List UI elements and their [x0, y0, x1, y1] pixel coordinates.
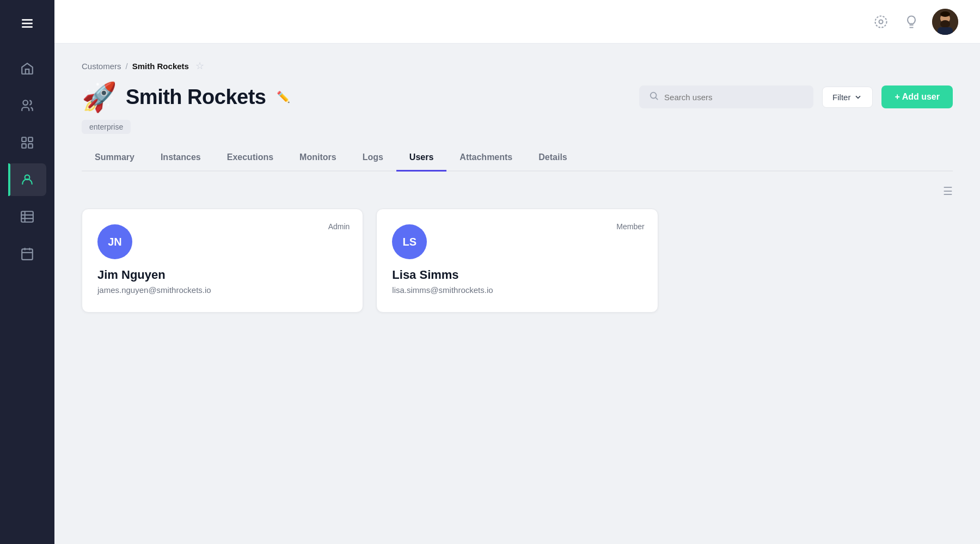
- tab-executions[interactable]: Executions: [214, 145, 286, 172]
- header-actions: Filter + Add user: [639, 85, 953, 108]
- search-input[interactable]: [664, 93, 804, 102]
- filter-button[interactable]: Filter: [822, 87, 873, 108]
- sidebar-item-calendar[interactable]: [8, 237, 46, 270]
- add-user-button[interactable]: + Add user: [881, 85, 953, 108]
- company-logo: 🚀: [82, 83, 117, 111]
- user-role: Admin: [328, 222, 350, 231]
- svg-point-22: [940, 20, 950, 28]
- tab-monitors[interactable]: Monitors: [286, 145, 350, 172]
- search-box[interactable]: [639, 85, 813, 108]
- svg-line-26: [656, 97, 658, 100]
- tab-instances[interactable]: Instances: [148, 145, 214, 172]
- sidebar-item-home[interactable]: [8, 52, 46, 85]
- top-bar: [54, 0, 980, 44]
- svg-point-18: [875, 16, 887, 27]
- user-avatar-initials: LS: [392, 224, 427, 259]
- breadcrumb: Customers / Smith Rockets ☆: [82, 60, 953, 72]
- tab-details[interactable]: Details: [525, 145, 580, 172]
- svg-rect-4: [22, 137, 26, 142]
- tabs: SummaryInstancesExecutionsMonitorsLogsUs…: [82, 145, 953, 172]
- toolbar-row: ☰: [82, 185, 953, 198]
- user-avatar[interactable]: [932, 9, 958, 35]
- tab-users[interactable]: Users: [396, 145, 446, 172]
- svg-rect-13: [22, 249, 33, 260]
- svg-point-3: [23, 100, 28, 105]
- user-name: Jim Nguyen: [97, 268, 347, 282]
- svg-point-24: [940, 11, 950, 17]
- enterprise-tag: enterprise: [82, 120, 131, 134]
- user-role: Member: [616, 222, 644, 231]
- svg-rect-7: [28, 144, 33, 148]
- user-card[interactable]: Admin JN Jim Nguyen james.nguyen@smithro…: [82, 209, 363, 313]
- bulb-icon[interactable]: [902, 12, 921, 32]
- tab-logs[interactable]: Logs: [350, 145, 396, 172]
- user-name: Lisa Simms: [392, 268, 642, 282]
- breadcrumb-current: Smith Rockets: [132, 62, 189, 71]
- sidebar-item-apps[interactable]: [8, 126, 46, 159]
- sidebar-item-team[interactable]: [8, 163, 46, 196]
- breadcrumb-customers[interactable]: Customers: [82, 62, 121, 71]
- edit-title-icon[interactable]: ✏️: [277, 90, 290, 103]
- breadcrumb-separator: /: [126, 62, 128, 71]
- svg-rect-5: [28, 137, 33, 142]
- user-email: lisa.simms@smithrockets.io: [392, 285, 642, 295]
- sidebar: [0, 0, 54, 544]
- svg-point-17: [879, 20, 883, 23]
- users-grid: Admin JN Jim Nguyen james.nguyen@smithro…: [82, 209, 953, 313]
- tab-attachments[interactable]: Attachments: [446, 145, 525, 172]
- more-options-icon[interactable]: ☰: [943, 185, 953, 198]
- user-card[interactable]: Member LS Lisa Simms lisa.simms@smithroc…: [376, 209, 658, 313]
- svg-rect-6: [22, 144, 26, 148]
- user-avatar-initials: JN: [97, 224, 132, 259]
- search-icon: [649, 91, 659, 103]
- svg-point-25: [651, 93, 657, 99]
- sidebar-item-database[interactable]: [8, 200, 46, 233]
- svg-rect-9: [21, 211, 33, 222]
- user-email: james.nguyen@smithrockets.io: [97, 285, 347, 295]
- settings-icon[interactable]: [871, 12, 891, 32]
- page-title-area: 🚀 Smith Rockets ✏️: [82, 83, 290, 111]
- content-area: Customers / Smith Rockets ☆ 🚀 Smith Rock…: [54, 44, 980, 544]
- sidebar-item-contacts[interactable]: [8, 89, 46, 122]
- page-header: 🚀 Smith Rockets ✏️ Filter: [82, 83, 953, 111]
- main-area: Customers / Smith Rockets ☆ 🚀 Smith Rock…: [54, 0, 980, 544]
- hamburger-menu-icon[interactable]: [15, 11, 40, 39]
- favorite-star-icon[interactable]: ☆: [195, 60, 204, 72]
- svg-rect-23: [938, 27, 953, 35]
- tab-summary[interactable]: Summary: [82, 145, 148, 172]
- page-title: Smith Rockets: [126, 85, 266, 109]
